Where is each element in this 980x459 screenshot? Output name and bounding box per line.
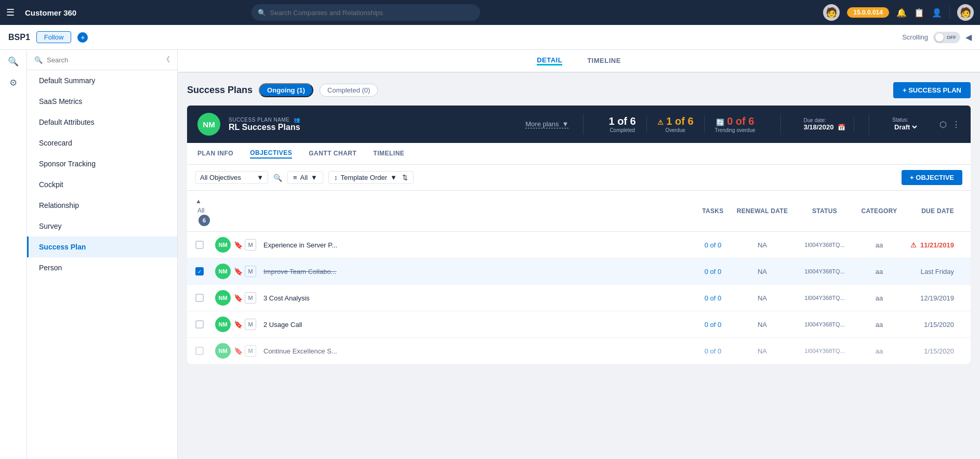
trending-label: Trending overdue xyxy=(715,127,756,133)
tab-plan-timeline[interactable]: TIMELINE xyxy=(373,150,404,158)
tab-detail[interactable]: DETAIL xyxy=(537,56,562,65)
toggle-knob xyxy=(935,33,944,42)
sidebar-item-sponsor-tracking[interactable]: Sponsor Tracking xyxy=(27,153,177,174)
objectives-table: ▲ All 6 Tasks Renewal Date Status Catego… xyxy=(187,191,971,364)
row-status-2: 1I004Y368TQ... xyxy=(791,268,858,274)
row-tasks-1[interactable]: 0 of 0 xyxy=(692,241,734,249)
plan-stats: 1 of 6 Completed ⚠ 1 of 6 Overdue xyxy=(598,115,765,133)
plan-menu-icon[interactable]: ⋮ xyxy=(952,120,960,129)
top-navigation: ☰ Customer 360 🔍 🧑 15.0.0.014 🔔 📋 👤 🧑 xyxy=(0,0,980,25)
row-renewal-4: NA xyxy=(734,321,791,329)
row-m-badge-3[interactable]: M xyxy=(245,292,256,304)
completed-tab[interactable]: Completed (0) xyxy=(320,84,378,97)
table-row: NM 🔖 M 3 Cost Analysis 0 of 0 NA 1I004Y3… xyxy=(187,285,971,311)
sidebar-item-person[interactable]: Person xyxy=(27,257,177,278)
row-status-3: 1I004Y368TQ... xyxy=(791,295,858,301)
table-row: NM 🔖 M Experience in Server P... 0 of 0 … xyxy=(187,232,971,258)
table-row: NM 🔖 M 2 Usage Call 0 of 0 NA 1I004Y368T… xyxy=(187,311,971,338)
left-nav-search-bar: 🔍 《 xyxy=(27,50,177,70)
due-label: Due date: xyxy=(804,117,845,123)
row-checkbox-3[interactable] xyxy=(195,294,204,302)
row-name-5[interactable]: Continue Excellence S... xyxy=(259,347,692,355)
plan-stat-completed: 1 of 6 Completed xyxy=(598,115,646,133)
sidebar-item-success-plan[interactable]: Success Plan xyxy=(27,237,177,257)
sidebar-item-saas-metrics[interactable]: SaaS Metrics xyxy=(27,91,177,112)
left-search-icon[interactable]: 🔍 xyxy=(8,56,19,67)
row-due-5: 1/15/2020 xyxy=(900,347,962,355)
objectives-search-icon[interactable]: 🔍 xyxy=(273,174,282,182)
ongoing-tab[interactable]: Ongoing (1) xyxy=(259,83,313,97)
tab-plan-info[interactable]: PLAN INFO xyxy=(197,150,233,158)
share-plan-icon[interactable]: ⬡ xyxy=(939,120,947,129)
content-area: Success Plans Ongoing (1) Completed (0) … xyxy=(178,73,980,459)
collapse-nav-button[interactable]: 《 xyxy=(163,55,170,64)
global-search-input[interactable] xyxy=(270,9,474,17)
row-tasks-2[interactable]: 0 of 0 xyxy=(692,268,734,276)
follow-button[interactable]: Follow xyxy=(36,31,72,43)
add-success-plan-button[interactable]: + SUCCESS PLAN xyxy=(893,82,971,98)
trending-count: 🔄 0 of 6 xyxy=(716,115,754,127)
calendar-icon[interactable]: 📅 xyxy=(838,124,845,131)
tab-gantt-chart[interactable]: GANTT CHART xyxy=(309,150,356,158)
hamburger-menu[interactable]: ☰ xyxy=(6,7,15,18)
row-tasks-4[interactable]: 0 of 0 xyxy=(692,321,734,329)
profile-icon[interactable]: 👤 xyxy=(932,8,942,18)
row-bookmark-1[interactable]: 🔖 xyxy=(234,241,243,249)
sidebar-item-relationship[interactable]: Relationship xyxy=(27,195,177,216)
sidebar-item-default-attributes[interactable]: Default Attributes xyxy=(27,112,177,133)
sort-direction-icon[interactable]: ⇅ xyxy=(402,174,408,181)
row-status-5: 1I004Y368TQ... xyxy=(791,348,858,354)
sidebar-item-scorecard[interactable]: Scorecard xyxy=(27,133,177,153)
plan-status-section: Status: Draft xyxy=(884,117,927,132)
row-checkbox-2[interactable]: ✓ xyxy=(195,267,204,276)
row-checkbox-5[interactable] xyxy=(195,347,204,355)
objectives-filter-dropdown[interactable]: All Objectives ▼ xyxy=(195,171,268,184)
left-settings-icon[interactable]: ⚙ xyxy=(9,77,17,88)
row-tasks-5[interactable]: 0 of 0 xyxy=(692,347,734,355)
account-avatar[interactable]: 🧑 xyxy=(957,4,974,21)
sort-dropdown[interactable]: ↕ Template Order ▼ ⇅ xyxy=(328,171,414,184)
row-avatar-3: NM xyxy=(215,290,231,306)
add-circle-button[interactable]: + xyxy=(77,32,88,43)
row-m-badge-5[interactable]: M xyxy=(245,345,256,357)
share-icon[interactable]: ◀ xyxy=(965,32,972,42)
col-header-tasks: Tasks xyxy=(692,207,734,215)
scrolling-toggle[interactable]: OFF xyxy=(933,32,960,43)
row-name-4[interactable]: 2 Usage Call xyxy=(259,321,692,329)
tab-objectives[interactable]: OBJECTIVES xyxy=(250,149,292,159)
success-plans-header: Success Plans Ongoing (1) Completed (0) … xyxy=(187,82,971,98)
notifications-icon[interactable]: 🔔 xyxy=(896,8,907,18)
filter-icon: ≡ xyxy=(293,174,297,181)
table-row: NM 🔖 M Continue Excellence S... 0 of 0 N… xyxy=(187,338,971,364)
row-checkbox-4[interactable] xyxy=(195,320,204,329)
bookmarks-icon[interactable]: 📋 xyxy=(914,8,924,18)
row-name-3[interactable]: 3 Cost Analysis xyxy=(259,294,692,302)
row-m-badge-2[interactable]: M xyxy=(245,266,256,277)
sidebar-item-survey[interactable]: Survey xyxy=(27,216,177,237)
row-m-badge-4[interactable]: M xyxy=(245,319,256,330)
row-checkbox-1[interactable] xyxy=(195,241,204,249)
row-bookmark-3[interactable]: 🔖 xyxy=(234,294,243,302)
plan-status-select[interactable]: Draft xyxy=(892,123,919,132)
row-bookmark-4[interactable]: 🔖 xyxy=(234,320,243,329)
row-m-badge-1[interactable]: M xyxy=(245,239,256,251)
row-tasks-3[interactable]: 0 of 0 xyxy=(692,294,734,302)
expand-all-icon[interactable]: ▲ xyxy=(195,198,202,205)
all-filter-button[interactable]: ≡ All ▼ xyxy=(287,171,323,184)
row-name-2[interactable]: Improve Team Collabo... xyxy=(259,268,692,276)
account-name: BSP1 xyxy=(8,33,30,42)
version-badge: 15.0.0.014 xyxy=(847,7,889,18)
plan-sub-tab-bar: PLAN INFO OBJECTIVES GANTT CHART TIMELIN… xyxy=(187,143,971,165)
row-bookmark-5[interactable]: 🔖 xyxy=(234,347,243,355)
sidebar-item-cockpit[interactable]: Cockpit xyxy=(27,174,177,195)
plan-more-button[interactable]: More plans ▼ xyxy=(525,120,568,128)
tab-timeline[interactable]: TIMELINE xyxy=(587,57,621,65)
user-avatar[interactable]: 🧑 xyxy=(823,4,840,21)
plan-stat-overdue: ⚠ 1 of 6 Overdue xyxy=(647,115,705,133)
add-objective-button[interactable]: + OBJECTIVE xyxy=(902,170,962,185)
sidebar-item-default-summary[interactable]: Default Summary xyxy=(27,70,177,91)
left-nav-search-input[interactable] xyxy=(47,56,158,64)
row-bookmark-2[interactable]: 🔖 xyxy=(234,267,243,276)
row-name-1[interactable]: Experience in Server P... xyxy=(259,241,692,249)
row-status-1: 1I004Y368TQ... xyxy=(791,242,858,248)
